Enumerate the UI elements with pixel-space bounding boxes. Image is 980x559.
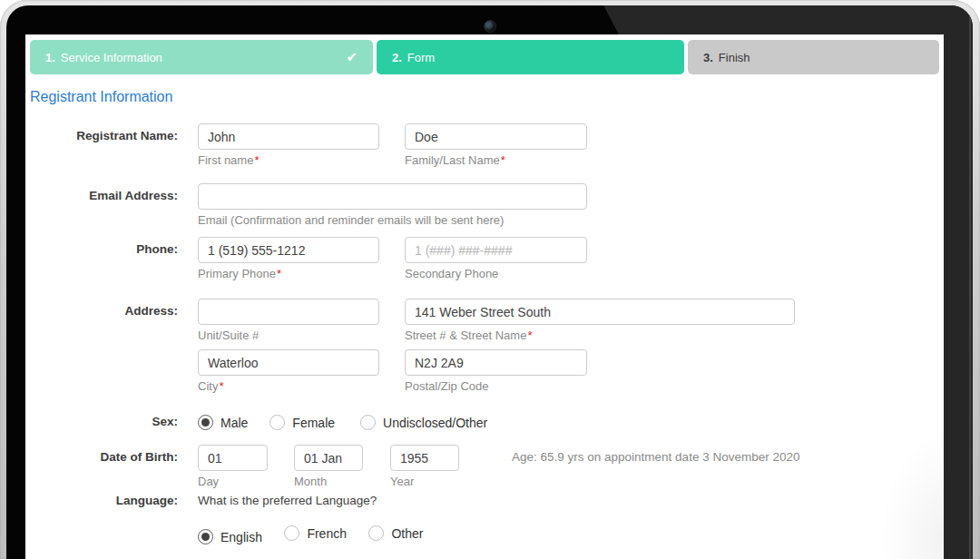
step-number: 1. xyxy=(45,51,55,64)
radio-unselected-icon xyxy=(360,415,376,430)
primary-phone-input[interactable] xyxy=(198,237,379,263)
sex-radio-undisclosed[interactable]: Undisclosed/Other xyxy=(360,415,487,430)
last-name-helper: Family/Last Name* xyxy=(405,153,587,167)
primary-phone-helper: Primary Phone* xyxy=(198,267,379,280)
email-row: Email Address: Email (Confirmation and r… xyxy=(30,183,939,227)
secondary-phone-helper: Secondary Phone xyxy=(405,267,587,280)
dob-day-input[interactable] xyxy=(198,445,268,471)
step-number: 3. xyxy=(703,51,713,64)
dob-month-input[interactable] xyxy=(294,445,363,471)
city-helper: City* xyxy=(198,379,379,393)
first-name-helper: First name* xyxy=(198,153,379,167)
last-name-input[interactable] xyxy=(405,123,587,150)
email-helper: Email (Confirmation and reminder emails … xyxy=(198,213,587,227)
camera-icon xyxy=(484,20,496,33)
language-label: Language: xyxy=(30,494,198,507)
phone-row: Phone: Primary Phone* Secondary Phone xyxy=(30,237,939,280)
step-3-finish[interactable]: 3. Finish xyxy=(688,40,939,74)
registrant-name-row: Registrant Name: First name* Family/Last… xyxy=(30,123,939,167)
step-label: Finish xyxy=(719,51,750,64)
radio-selected-icon xyxy=(198,529,213,544)
address-row: Address: Unit/Suite # Street # & Street … xyxy=(30,299,939,342)
language-radio-other[interactable]: Other xyxy=(368,525,423,541)
required-asterisk: * xyxy=(254,153,259,167)
registrant-name-label: Registrant Name: xyxy=(30,123,198,142)
secondary-phone-input[interactable] xyxy=(405,237,587,263)
step-label: Form xyxy=(407,51,435,64)
first-name-input[interactable] xyxy=(198,123,379,150)
dob-row: Date of Birth: Day Month Year Age: 65.9 … xyxy=(30,445,939,488)
radio-unselected-icon xyxy=(270,415,285,430)
page-title: Registrant Information xyxy=(30,87,939,107)
dob-label: Date of Birth: xyxy=(30,445,198,464)
unit-suite-input[interactable] xyxy=(198,299,379,325)
step-2-form[interactable]: 2. Form xyxy=(377,40,684,74)
age-note: Age: 65.9 yrs on appointment date 3 Nove… xyxy=(512,445,799,464)
bezel-edge-highlight xyxy=(969,15,971,559)
step-wizard: 1. Service Information ✔ 2. Form 3. Fini… xyxy=(30,40,939,74)
language-radio-english[interactable]: English xyxy=(198,529,262,544)
sex-label: Sex: xyxy=(30,415,198,428)
checkmark-icon: ✔ xyxy=(346,49,358,65)
radio-unselected-icon xyxy=(368,525,384,541)
step-number: 2. xyxy=(392,51,402,64)
language-row: Language: What is the preferred Language… xyxy=(30,494,939,544)
email-label: Email Address: xyxy=(30,183,198,202)
radio-unselected-icon xyxy=(284,525,299,541)
language-options: English French Other xyxy=(198,525,423,544)
sex-radio-male[interactable]: Male xyxy=(198,415,248,430)
radio-selected-icon xyxy=(198,415,213,430)
street-input[interactable] xyxy=(405,299,795,325)
step-label: Service Information xyxy=(61,51,162,64)
city-input[interactable] xyxy=(198,349,379,376)
postal-code-input[interactable] xyxy=(405,349,587,376)
language-radio-french[interactable]: French xyxy=(284,525,347,541)
dob-day-helper: Day xyxy=(198,475,268,488)
required-asterisk: * xyxy=(277,267,281,280)
app-screen: 1. Service Information ✔ 2. Form 3. Fini… xyxy=(25,34,944,559)
unit-suite-helper: Unit/Suite # xyxy=(198,329,379,342)
sex-radio-female[interactable]: Female xyxy=(270,415,335,430)
address-label: Address: xyxy=(30,299,198,318)
required-asterisk: * xyxy=(501,153,505,167)
dob-year-helper: Year xyxy=(390,475,459,488)
sex-row: Sex: Male Female Undisclosed/Other xyxy=(30,415,939,430)
tablet-device: 1. Service Information ✔ 2. Form 3. Fini… xyxy=(0,0,980,559)
email-input[interactable] xyxy=(198,183,587,210)
postal-code-helper: Postal/Zip Code xyxy=(405,379,587,393)
dob-year-input[interactable] xyxy=(390,445,459,471)
address-row-2: City* Postal/Zip Code xyxy=(30,349,939,393)
dob-month-helper: Month xyxy=(294,475,363,488)
language-question: What is the preferred Language? xyxy=(198,494,423,507)
required-asterisk: * xyxy=(219,379,223,393)
step-1-service-information[interactable]: 1. Service Information ✔ xyxy=(30,40,373,74)
required-asterisk: * xyxy=(527,329,532,342)
phone-label: Phone: xyxy=(30,237,198,256)
street-helper: Street # & Street Name* xyxy=(405,329,795,342)
